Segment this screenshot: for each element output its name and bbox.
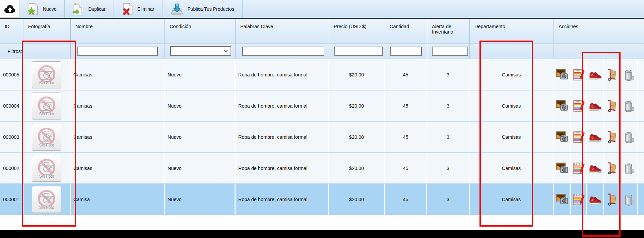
manage-photos-button[interactable] xyxy=(554,122,571,152)
row-palabras-clave: Ropa de hombre, camisa formal xyxy=(236,59,329,90)
column-header-condicion[interactable]: Condición xyxy=(165,19,236,43)
notepad-edit-icon xyxy=(572,193,585,206)
edit-listing-button[interactable] xyxy=(571,184,587,215)
no-photo-label: Sin Foto xyxy=(39,174,54,179)
sell-product-button[interactable] xyxy=(587,153,604,183)
hand-truck-icon xyxy=(605,130,619,144)
row-precio: $20.00 xyxy=(329,184,385,215)
no-photo-button[interactable]: Sin Foto xyxy=(32,186,61,213)
row-departamento: Camisas xyxy=(470,184,554,215)
discard-button[interactable] xyxy=(621,184,638,215)
edit-listing-button[interactable] xyxy=(571,59,587,90)
row-photo-cell: Sin Foto xyxy=(23,153,71,183)
products-table: ID Fotografía Nombre Condición Palabras … xyxy=(0,19,644,215)
nombre-filter-input[interactable] xyxy=(77,47,158,56)
row-actions xyxy=(554,59,644,90)
row-actions xyxy=(554,122,644,152)
row-departamento: Camisas xyxy=(470,59,554,90)
cantidad-filter-input[interactable] xyxy=(390,47,422,56)
notepad-edit-icon xyxy=(572,99,585,113)
row-departamento: Camisas xyxy=(470,122,554,152)
column-header-precio[interactable]: Precio (USD $) xyxy=(329,19,385,43)
no-photo-button[interactable]: Sin Foto xyxy=(32,155,61,182)
row-actions xyxy=(554,184,644,215)
tin-can-icon xyxy=(622,68,636,81)
no-photo-button[interactable]: Sin Foto xyxy=(32,93,61,119)
table-row[interactable]: 000003 Sin Foto Camisas Nuevo Ropa de ho… xyxy=(0,122,644,153)
no-photo-button[interactable]: Sin Foto xyxy=(32,124,61,151)
row-cantidad: 45 xyxy=(385,122,427,152)
edit-listing-button[interactable] xyxy=(571,91,587,121)
column-header-cantidad[interactable]: Cantidad xyxy=(385,19,427,43)
duplicate-button[interactable]: Duplicar xyxy=(65,0,114,18)
new-button[interactable]: Nuevo xyxy=(19,0,65,18)
tin-can-icon xyxy=(622,130,636,144)
notepad-edit-icon xyxy=(572,162,585,175)
row-precio: $20.00 xyxy=(329,122,385,152)
no-photo-button[interactable]: Sin Foto xyxy=(32,61,61,88)
row-alerta-inventario: 3 xyxy=(427,59,470,90)
discard-button[interactable] xyxy=(621,122,638,152)
row-nombre: Camisas xyxy=(71,91,165,121)
table-row[interactable]: 000004 Sin Foto Camisas Nuevo Ropa de ho… xyxy=(0,91,644,122)
alerta-filter-input[interactable] xyxy=(432,47,468,56)
red-shoes-icon xyxy=(589,193,602,206)
edit-listing-button[interactable] xyxy=(571,122,587,152)
row-actions xyxy=(554,153,644,183)
column-header-departamento[interactable]: Departamento xyxy=(470,19,554,43)
publish-products-button[interactable]: Publica Tus Productos xyxy=(163,0,242,18)
sell-product-button[interactable] xyxy=(587,122,604,152)
discard-button[interactable] xyxy=(621,153,638,183)
cloud-upload-icon xyxy=(3,3,17,15)
column-header-palabras[interactable]: Palabras Clave xyxy=(236,19,329,43)
precio-filter-input[interactable] xyxy=(334,47,383,56)
row-actions xyxy=(554,91,644,121)
table-row[interactable]: 000001 Sin Foto Camisa Nuevo Ropa de hom… xyxy=(0,184,644,215)
column-header-id[interactable]: ID xyxy=(0,19,23,43)
palabras-filter-input[interactable] xyxy=(242,47,324,56)
inventory-button[interactable] xyxy=(604,91,621,121)
column-header-fotografia[interactable]: Fotografía xyxy=(23,19,71,43)
column-header-nombre[interactable]: Nombre xyxy=(71,19,165,43)
discard-button[interactable] xyxy=(621,91,638,121)
column-header-alerta[interactable]: Alerta de Inventario xyxy=(427,19,470,43)
manage-photos-button[interactable] xyxy=(554,91,571,121)
acciones-filter-cell xyxy=(554,44,644,59)
table-row[interactable]: 000005 Sin Foto Camisas Nuevo Ropa de ho… xyxy=(0,59,644,91)
manage-photos-button[interactable] xyxy=(554,153,571,183)
filters-label: Filtros: xyxy=(0,49,23,54)
edit-listing-button[interactable] xyxy=(571,153,587,183)
no-photo-camera-icon xyxy=(37,96,56,113)
red-shoes-icon xyxy=(589,99,602,113)
table-body: 000005 Sin Foto Camisas Nuevo Ropa de ho… xyxy=(0,59,644,215)
manage-photos-button[interactable] xyxy=(554,184,571,215)
row-palabras-clave: Ropa de hombre, camisa formal xyxy=(236,122,329,152)
sell-product-button[interactable] xyxy=(587,59,604,90)
discard-button[interactable] xyxy=(621,59,638,90)
inventory-button[interactable] xyxy=(604,59,621,90)
delete-button-label: Eliminar xyxy=(137,6,154,12)
cloud-upload-button[interactable] xyxy=(0,0,19,18)
inventory-button[interactable] xyxy=(604,184,621,215)
table-row[interactable]: 000002 Sin Foto Camisas Nuevo Ropa de ho… xyxy=(0,153,644,184)
inventory-button[interactable] xyxy=(604,122,621,152)
photos-icon xyxy=(555,130,569,144)
row-alerta-inventario: 3 xyxy=(427,153,470,183)
hand-truck-icon xyxy=(605,162,619,175)
photos-icon xyxy=(555,162,569,175)
inventory-button[interactable] xyxy=(604,153,621,183)
row-condicion: Nuevo xyxy=(165,122,236,152)
duplicate-button-label: Duplicar xyxy=(88,6,105,12)
row-cantidad: 45 xyxy=(385,184,427,215)
table-header-row: ID Fotografía Nombre Condición Palabras … xyxy=(0,19,644,44)
photos-icon xyxy=(555,68,569,81)
column-header-acciones[interactable]: Acciones xyxy=(554,19,644,43)
photo-filter-cell xyxy=(23,44,71,59)
row-photo-cell: Sin Foto xyxy=(23,122,71,152)
manage-photos-button[interactable] xyxy=(554,59,571,90)
no-photo-camera-icon xyxy=(37,64,56,82)
condicion-filter-select[interactable] xyxy=(170,46,231,56)
sell-product-button[interactable] xyxy=(587,184,604,215)
delete-button[interactable]: Eliminar xyxy=(114,0,163,18)
sell-product-button[interactable] xyxy=(587,91,604,121)
